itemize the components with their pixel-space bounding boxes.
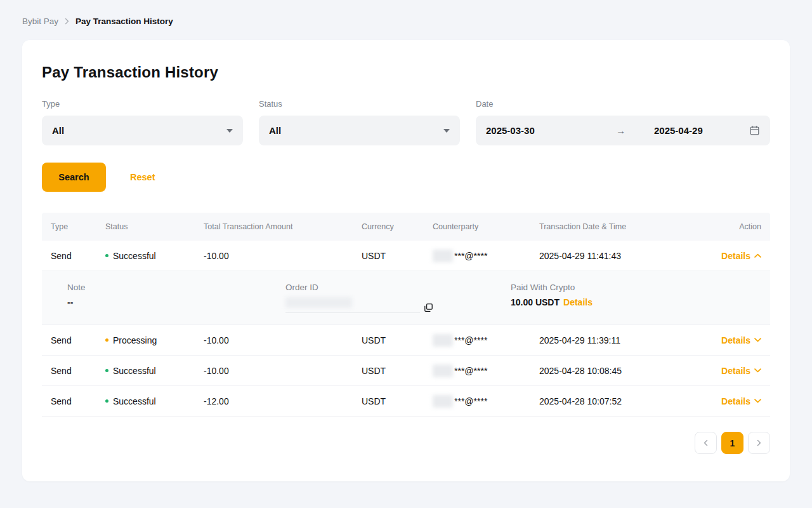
redacted-blur <box>433 250 453 262</box>
counterparty-masked: ***@**** <box>454 251 487 261</box>
cell-amount: -10.00 <box>204 335 362 345</box>
paid-with-crypto-block: Paid With Crypto10.00 USDTDetails <box>511 283 761 307</box>
table-row: SendSuccessful-10.00USDT***@****2025-04-… <box>42 241 770 271</box>
arrow-right-icon: → <box>616 125 654 136</box>
cell-datetime: 2025-04-29 11:39:11 <box>539 335 691 345</box>
breadcrumb: Bybit Pay Pay Transaction History <box>0 0 812 26</box>
breadcrumb-bybit-pay[interactable]: Bybit Pay <box>22 17 58 26</box>
type-select-value: All <box>52 125 226 136</box>
status-label: Status <box>259 99 460 109</box>
cell-status: Successful <box>105 251 204 261</box>
cell-currency: USDT <box>362 335 433 345</box>
status-text: Successful <box>113 251 156 261</box>
table-row: SendSuccessful-10.00USDT***@****2025-04-… <box>42 356 770 386</box>
cell-counterparty: ***@**** <box>433 250 539 262</box>
next-page-button[interactable] <box>748 432 770 454</box>
counterparty-masked: ***@**** <box>454 335 487 345</box>
redacted-blur <box>433 395 453 408</box>
type-filter: Type All <box>42 99 243 145</box>
type-label: Type <box>42 99 243 109</box>
order-id-label: Order ID <box>285 283 511 292</box>
prev-page-button[interactable] <box>695 432 717 454</box>
status-text: Successful <box>113 396 156 406</box>
counterparty-masked: ***@**** <box>454 366 487 376</box>
pagination: 1 <box>42 432 770 454</box>
cell-datetime: 2025-04-28 10:07:52 <box>539 396 691 406</box>
cell-status: Successful <box>105 366 204 376</box>
note-block: Note-- <box>67 283 285 307</box>
table-row: SendSuccessful-12.00USDT***@****2025-04-… <box>42 386 770 417</box>
details-link[interactable]: Details <box>721 251 761 261</box>
copy-icon[interactable] <box>424 303 433 312</box>
cell-action: Details <box>691 335 761 345</box>
expanded-detail-panel: Note--Order IDPaid With Crypto10.00 USDT… <box>42 271 770 325</box>
filters: Type All Status All Date 2025-03-30 → 2 <box>42 99 770 145</box>
status-dot-icon <box>105 369 108 372</box>
date-label: Date <box>476 99 770 109</box>
date-filter: Date 2025-03-30 → 2025-04-29 <box>476 99 770 145</box>
cell-action: Details <box>691 251 761 261</box>
page-1-button[interactable]: 1 <box>721 432 743 454</box>
details-link[interactable]: Details <box>721 335 761 345</box>
col-status: Status <box>105 222 204 231</box>
reset-button[interactable]: Reset <box>130 172 155 182</box>
filter-actions: Search Reset <box>42 163 770 192</box>
details-link[interactable]: Details <box>721 366 761 376</box>
page-title: Pay Transaction History <box>42 64 770 81</box>
cell-action: Details <box>691 366 761 376</box>
cell-amount: -10.00 <box>204 366 362 376</box>
status-dot-icon <box>105 399 108 403</box>
date-range-picker[interactable]: 2025-03-30 → 2025-04-29 <box>476 116 770 145</box>
cell-currency: USDT <box>362 251 433 261</box>
paid-with-crypto-value: 10.00 USDTDetails <box>511 297 761 307</box>
note-label: Note <box>67 283 285 292</box>
status-dot-icon <box>105 338 108 342</box>
paid-details-link[interactable]: Details <box>563 297 593 307</box>
cell-action: Details <box>691 396 761 406</box>
cell-datetime: 2025-04-29 11:41:43 <box>539 251 691 261</box>
paid-with-crypto-label: Paid With Crypto <box>511 283 761 292</box>
breadcrumb-current: Pay Transaction History <box>75 17 173 26</box>
chevron-down-icon <box>754 338 761 342</box>
cell-amount: -10.00 <box>204 251 362 261</box>
redacted-blur <box>433 364 453 377</box>
details-label: Details <box>721 396 750 406</box>
paid-amount: 10.00 USDT <box>511 297 560 307</box>
col-datetime: Transaction Date & Time <box>539 222 691 231</box>
cell-counterparty: ***@**** <box>433 395 539 408</box>
cell-counterparty: ***@**** <box>433 334 539 347</box>
calendar-icon[interactable] <box>749 125 760 136</box>
redacted-blur <box>433 334 453 347</box>
status-select-value: All <box>269 125 443 136</box>
cell-currency: USDT <box>362 366 433 376</box>
cell-status: Processing <box>105 335 204 345</box>
order-id-value <box>285 297 511 313</box>
col-counterparty: Counterparty <box>433 222 539 231</box>
date-end-value[interactable]: 2025-04-29 <box>654 125 749 136</box>
cell-type: Send <box>51 366 105 376</box>
search-button[interactable]: Search <box>42 163 106 192</box>
cell-counterparty: ***@**** <box>433 364 539 377</box>
details-label: Details <box>721 335 750 345</box>
table-row: SendProcessing-10.00USDT***@****2025-04-… <box>42 325 770 356</box>
cell-type: Send <box>51 396 105 406</box>
order-id-block: Order ID <box>285 283 511 313</box>
status-text: Successful <box>113 366 156 376</box>
chevron-right-icon <box>65 18 69 25</box>
status-select[interactable]: All <box>259 116 460 145</box>
chevron-down-icon <box>754 399 761 403</box>
date-start-value[interactable]: 2025-03-30 <box>486 125 616 136</box>
status-filter: Status All <box>259 99 460 145</box>
content-card: Pay Transaction History Type All Status … <box>22 40 790 481</box>
cell-type: Send <box>51 335 105 345</box>
type-select[interactable]: All <box>42 116 243 145</box>
details-label: Details <box>721 366 750 376</box>
details-link[interactable]: Details <box>721 396 761 406</box>
col-type: Type <box>51 222 105 231</box>
status-text: Processing <box>113 335 157 345</box>
cell-status: Successful <box>105 396 204 406</box>
status-dot-icon <box>105 254 108 257</box>
order-id-redacted <box>285 297 420 313</box>
cell-currency: USDT <box>362 396 433 406</box>
col-currency: Currency <box>362 222 433 231</box>
